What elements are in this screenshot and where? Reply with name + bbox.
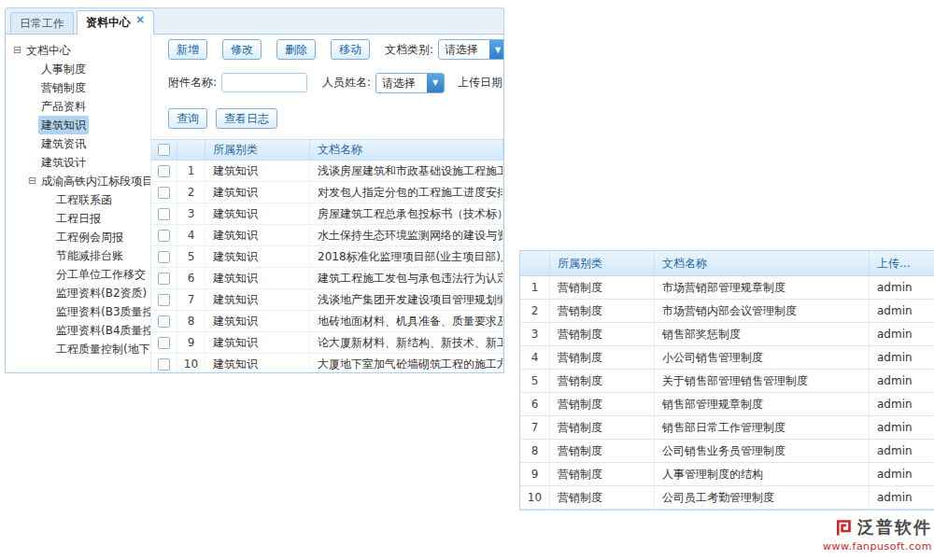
table-row[interactable]: 7 营销制度 销售部日常工作管理制度 admin xyxy=(520,416,934,440)
row-checkbox[interactable] xyxy=(158,294,170,306)
table-row[interactable]: 1 建筑知识 浅谈房屋建筑和市政基础设施工程施工... xyxy=(151,161,503,182)
person-name-select[interactable]: 请选择 ▼ xyxy=(375,73,445,93)
row-doc-name: 销售部奖惩制度 xyxy=(655,323,870,345)
row-category: 建筑知识 xyxy=(205,246,310,267)
tree-item[interactable]: 建筑知识 xyxy=(6,116,150,134)
row-category: 建筑知识 xyxy=(205,354,310,372)
table-row[interactable]: 2 营销制度 市场营销内部会议管理制度 admin xyxy=(520,300,934,323)
table-row[interactable]: 6 营销制度 销售部管理规章制度 admin xyxy=(520,393,934,416)
chevron-down-icon: ▼ xyxy=(489,40,503,59)
row-checkbox[interactable] xyxy=(158,273,170,285)
row-checkbox[interactable] xyxy=(158,251,170,263)
tab-bar: 日常工作 资料中心 × xyxy=(5,7,504,34)
tab-daily-work[interactable]: 日常工作 xyxy=(10,12,74,34)
select-all-checkbox[interactable] xyxy=(158,144,170,156)
table-row[interactable]: 4 建筑知识 水土保持生态环境监测网络的建设与资... xyxy=(151,225,503,246)
tab-data-center[interactable]: 资料中心 × xyxy=(77,10,154,35)
tree-item[interactable]: 监理资料(B2资质) xyxy=(6,284,150,302)
marketing-documents-table: 所属别类 文档名称 上传... 1 营销制度 市场营销部管理规章制度 admin… xyxy=(519,250,934,511)
row-number: 10 xyxy=(177,354,205,372)
row-category: 建筑知识 xyxy=(205,225,310,245)
tree-item[interactable]: 工程日报 xyxy=(6,209,150,228)
row-checkbox-cell xyxy=(151,332,177,353)
row-checkbox[interactable] xyxy=(158,230,170,242)
table-row[interactable]: 8 建筑知识 地砖地面材料、机具准备、质量要求及... xyxy=(151,311,503,332)
tree-item-label: 文档中心 xyxy=(23,41,74,60)
tree-item-label: 工程例会周报 xyxy=(53,228,126,246)
doc-category-select[interactable]: 请选择 ▼ xyxy=(438,39,503,60)
row-number: 1 xyxy=(177,161,205,181)
row-checkbox[interactable] xyxy=(158,187,170,199)
tree-item[interactable]: 监理资料(B3质量控制) xyxy=(6,302,150,321)
tree-item[interactable]: 工程例会周报 xyxy=(6,228,150,246)
row-doc-name: 大厦地下室加气砼墙砌筑工程的施工方... xyxy=(310,354,503,372)
table-row[interactable]: 3 建筑知识 房屋建筑工程总承包投标书（技术标）... xyxy=(151,203,503,225)
table-row[interactable]: 7 建筑知识 浅谈地产集团开发建设项目管理规划编... xyxy=(151,289,503,311)
column-header-category[interactable]: 所属别类 xyxy=(205,140,310,160)
row-category: 建筑知识 xyxy=(205,332,310,353)
row-number: 6 xyxy=(177,268,205,288)
row-doc-name: 房屋建筑工程总承包投标书（技术标）... xyxy=(310,203,503,224)
table-row[interactable]: 10 营销制度 公司员工考勤管理制度 admin xyxy=(520,486,934,510)
tree-item-label: 工程日报 xyxy=(53,209,104,228)
row-doc-name: 2018标准化监理项目部(业主项目部)人员... xyxy=(310,246,503,267)
tree-item[interactable]: 工程联系函 xyxy=(6,190,150,209)
row-checkbox[interactable] xyxy=(158,337,170,349)
row-number: 8 xyxy=(520,440,550,462)
column-header-category[interactable]: 所属别类 xyxy=(550,251,655,275)
table-row[interactable]: 9 建筑知识 论大厦新材料、新结构、新技术、新工... xyxy=(151,332,503,354)
table-row[interactable]: 4 营销制度 小公司销售管理制度 admin xyxy=(520,346,934,370)
row-checkbox[interactable] xyxy=(158,315,170,328)
tree-item[interactable]: 人事制度 xyxy=(6,60,150,78)
query-button[interactable]: 查询 xyxy=(168,108,207,129)
table-row[interactable]: 5 建筑知识 2018标准化监理项目部(业主项目部)人员... xyxy=(151,246,503,268)
row-doc-name: 浅谈地产集团开发建设项目管理规划编... xyxy=(310,289,503,310)
column-header-doc-name[interactable]: 文档名称 xyxy=(310,140,503,160)
row-checkbox-cell xyxy=(151,161,177,181)
tree-item[interactable]: ⊟ 文档中心 xyxy=(6,41,150,60)
row-category: 建筑知识 xyxy=(205,161,310,181)
row-category: 营销制度 xyxy=(550,463,655,485)
table-row[interactable]: 8 营销制度 公司销售业务员管理制度 admin xyxy=(520,440,934,463)
table-row[interactable]: 10 建筑知识 大厦地下室加气砼墙砌筑工程的施工方... xyxy=(151,354,503,372)
row-doc-name: 销售部日常工作管理制度 xyxy=(655,416,870,439)
column-header-number xyxy=(520,251,550,275)
table-row[interactable]: 5 营销制度 关于销售部管理销售管理制度 admin xyxy=(520,370,934,393)
tree-item[interactable]: 工程质量控制(地下室) xyxy=(6,340,150,358)
row-category: 营销制度 xyxy=(550,440,655,462)
toolbar-button[interactable]: 新增 xyxy=(168,39,207,60)
tree-item[interactable]: 产品资料 xyxy=(6,97,150,116)
toolbar-button[interactable]: 删除 xyxy=(276,39,316,60)
tree-expand-icon[interactable]: ⊟ xyxy=(11,41,23,60)
table-row[interactable]: 9 营销制度 人事管理制度的结构 admin xyxy=(520,463,934,486)
tree-expand-icon[interactable]: ⊟ xyxy=(26,172,38,190)
row-checkbox[interactable] xyxy=(158,358,170,371)
tree-item[interactable]: 建筑设计 xyxy=(6,153,150,172)
table-row[interactable]: 3 营销制度 销售部奖惩制度 admin xyxy=(520,323,934,346)
row-checkbox[interactable] xyxy=(158,208,170,220)
view-log-button[interactable]: 查看日志 xyxy=(216,108,277,129)
row-doc-name: 公司销售业务员管理制度 xyxy=(655,440,870,462)
brand-name: 泛普软件 xyxy=(857,516,932,539)
tree-item[interactable]: 建筑资讯 xyxy=(6,134,150,153)
row-category: 营销制度 xyxy=(550,486,655,509)
tree-item[interactable]: 监理资料(B4质量控制) xyxy=(6,321,150,340)
table-row[interactable]: 2 建筑知识 对发包人指定分包的工程施工进度安排... xyxy=(151,182,503,203)
tree-item[interactable]: 分工单位工作移交 xyxy=(6,265,150,284)
tree-item[interactable]: ⊟ 成渝高铁内江标段项目 xyxy=(6,172,150,190)
close-icon[interactable]: × xyxy=(135,15,145,24)
toolbar-button[interactable]: 修改 xyxy=(222,39,262,60)
table-row[interactable]: 1 营销制度 市场营销部管理规章制度 admin xyxy=(520,276,934,300)
toolbar-button[interactable]: 移动 xyxy=(331,39,370,60)
attachment-name-input[interactable] xyxy=(221,73,307,92)
column-header-doc-name[interactable]: 文档名称 xyxy=(655,251,870,275)
row-number: 4 xyxy=(177,225,205,245)
row-checkbox-cell xyxy=(151,289,177,310)
tree-item[interactable]: 营销制度 xyxy=(6,78,150,97)
tree-item[interactable]: 节能减排台账 xyxy=(6,246,150,265)
row-checkbox-cell xyxy=(151,203,177,224)
table-row[interactable]: 6 建筑知识 建筑工程施工发包与承包违法行为认定... xyxy=(151,268,503,289)
row-checkbox[interactable] xyxy=(158,165,170,177)
row-number: 5 xyxy=(177,246,205,267)
column-header-uploader[interactable]: 上传... xyxy=(870,251,934,275)
